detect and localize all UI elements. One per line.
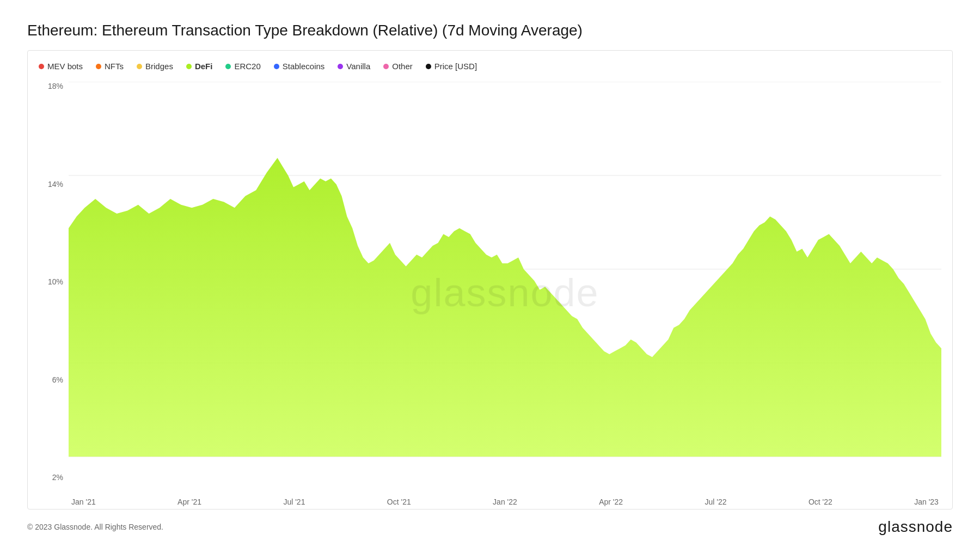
legend-item-erc20: ERC20	[225, 62, 260, 71]
legend-dot	[338, 64, 343, 69]
x-label-jan22: Jan '22	[493, 498, 517, 506]
legend-dot	[39, 64, 44, 69]
x-label-jul21: Jul '21	[283, 498, 305, 506]
legend-dot	[426, 64, 431, 69]
legend-item-price-[usd]: Price [USD]	[426, 62, 477, 71]
legend-item-bridges: Bridges	[137, 62, 173, 71]
chart-svg	[69, 82, 941, 504]
legend-label: Vanilla	[346, 62, 370, 71]
chart-container: MEV botsNFTsBridgesDeFiERC20StablecoinsV…	[27, 50, 953, 509]
legend-dot	[383, 64, 389, 69]
chart-legend: MEV botsNFTsBridgesDeFiERC20StablecoinsV…	[39, 62, 941, 71]
x-label-oct22: Oct '22	[808, 498, 832, 506]
legend-label: DeFi	[195, 62, 213, 71]
y-axis-label: 6%	[52, 375, 63, 384]
y-axis-label: 2%	[52, 473, 63, 482]
legend-label: Bridges	[145, 62, 173, 71]
chart-area: 18%14%10%6%2%	[39, 82, 941, 504]
legend-item-nfts: NFTs	[96, 62, 124, 71]
x-label-apr22: Apr '22	[599, 498, 623, 506]
y-axis-label: 10%	[48, 277, 63, 286]
brand-logo: glassnode	[878, 518, 953, 536]
legend-label: Stablecoins	[283, 62, 325, 71]
legend-dot	[96, 64, 101, 69]
defi-area	[69, 158, 941, 457]
legend-label: MEV bots	[47, 62, 83, 71]
x-label-jul22: Jul '22	[705, 498, 726, 506]
x-label-jan21: Jan '21	[71, 498, 96, 506]
chart-plot: glassnode Jan '21 Apr '21 Jul '21 Oct '2…	[69, 82, 941, 504]
legend-dot	[137, 64, 142, 69]
x-label-oct21: Oct '21	[387, 498, 411, 506]
legend-label: Price [USD]	[434, 62, 477, 71]
legend-dot	[225, 64, 231, 69]
footer: © 2023 Glassnode. All Rights Reserved. g…	[27, 518, 953, 536]
legend-item-defi: DeFi	[186, 62, 213, 71]
legend-item-mev-bots: MEV bots	[39, 62, 83, 71]
legend-label: NFTs	[105, 62, 124, 71]
legend-label: ERC20	[234, 62, 260, 71]
legend-dot	[274, 64, 279, 69]
x-label-jan23: Jan '23	[914, 498, 939, 506]
y-axis-label: 18%	[48, 82, 63, 90]
copyright: © 2023 Glassnode. All Rights Reserved.	[27, 523, 163, 531]
y-axis: 18%14%10%6%2%	[39, 82, 69, 504]
y-axis-label: 14%	[48, 180, 63, 189]
legend-dot	[186, 64, 192, 69]
legend-item-other: Other	[383, 62, 413, 71]
x-label-apr21: Apr '21	[177, 498, 201, 506]
legend-item-vanilla: Vanilla	[338, 62, 370, 71]
legend-item-stablecoins: Stablecoins	[274, 62, 325, 71]
page-title: Ethereum: Ethereum Transaction Type Brea…	[27, 22, 953, 39]
legend-label: Other	[392, 62, 413, 71]
